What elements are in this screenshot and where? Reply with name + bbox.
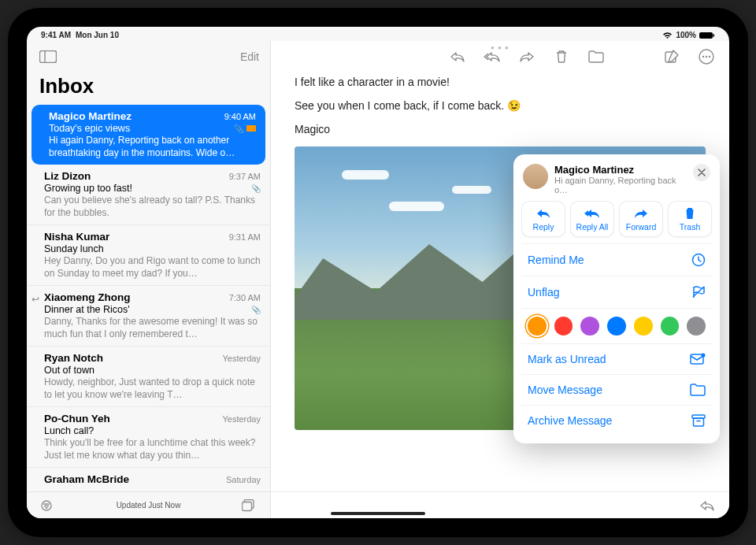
email-content-pane: ● ● ● I felt like a character in a movie… xyxy=(271,41,729,518)
reply-all-icon xyxy=(573,206,612,221)
msg-subject: Dinner at the Ricos' xyxy=(44,304,130,315)
attachment-icon: 📎 xyxy=(234,124,243,133)
message-item-5[interactable]: Po-Chun YehYesterday Lunch call? Think y… xyxy=(27,407,270,468)
message-actions-popover: Magico Martinez Hi again Danny, Reportin… xyxy=(513,154,720,443)
home-indicator[interactable] xyxy=(331,512,425,515)
forward-icon xyxy=(621,206,661,221)
flag-color-purple[interactable] xyxy=(580,317,599,336)
sender-name: Magico Martinez xyxy=(49,110,132,122)
svg-rect-2 xyxy=(40,51,57,63)
move-message-menu-item[interactable]: Move Message xyxy=(521,374,712,405)
message-item-3[interactable]: ↩︎ Xiaomeng Zhong7:30 AM Dinner at the R… xyxy=(27,286,270,347)
message-list: Magico Martinez9:40 AM Today's epic view… xyxy=(27,105,270,491)
sender-name: Graham McBride xyxy=(44,473,129,485)
flag-color-gray[interactable] xyxy=(687,317,706,336)
archive-icon xyxy=(691,414,706,427)
sidebar-toggle-button[interactable] xyxy=(38,48,58,65)
msg-subject: Growing up too fast! xyxy=(44,183,132,194)
flag-color-orange[interactable] xyxy=(528,317,547,336)
unflag-icon xyxy=(691,285,706,299)
forward-button[interactable] xyxy=(518,48,536,65)
sender-avatar[interactable] xyxy=(523,164,548,189)
remind-me-menu-item[interactable]: Remind Me xyxy=(521,243,712,276)
msg-time: 9:40 AM xyxy=(224,112,256,121)
mark-unread-menu-item[interactable]: Mark as Unread xyxy=(521,343,712,374)
status-bar: 9:41 AM Mon Jun 10 100% xyxy=(27,27,729,41)
flag-color-yellow[interactable] xyxy=(634,317,653,336)
close-button[interactable] xyxy=(693,164,710,181)
trash-icon xyxy=(670,206,710,221)
compose-button[interactable] xyxy=(663,48,680,65)
attachment-icon: 📎 xyxy=(251,306,261,314)
sender-name: Ryan Notch xyxy=(44,352,103,364)
archive-message-menu-item[interactable]: Archive Message xyxy=(521,405,712,436)
flag-color-green[interactable] xyxy=(661,317,680,336)
svg-line-16 xyxy=(693,287,704,297)
status-time: 9:41 AM xyxy=(41,31,71,39)
message-item-4[interactable]: Ryan NotchYesterday Out of town Howdy, n… xyxy=(27,347,270,407)
msg-preview: Hey Danny, Do you and Rigo want to come … xyxy=(44,255,261,280)
multitask-button[interactable] xyxy=(242,499,258,512)
reply-icon xyxy=(524,206,563,221)
msg-subject: Sunday lunch xyxy=(44,243,104,254)
quick-reply-button[interactable] xyxy=(699,499,715,512)
edit-button[interactable]: Edit xyxy=(240,50,259,63)
svg-rect-0 xyxy=(699,32,713,39)
sender-name: Po-Chun Yeh xyxy=(44,413,110,425)
status-date: Mon Jun 10 xyxy=(76,31,119,39)
message-item-0[interactable]: Magico Martinez9:40 AM Today's epic view… xyxy=(32,105,265,165)
wink-emoji-icon: 😉 xyxy=(507,99,521,112)
msg-time: Saturday xyxy=(226,475,261,484)
reply-button[interactable] xyxy=(449,48,466,65)
updated-label: Updated Just Now xyxy=(55,501,242,510)
battery-icon xyxy=(699,32,715,39)
more-button[interactable] xyxy=(698,48,715,65)
forward-action-button[interactable]: Forward xyxy=(619,201,663,237)
popover-preview: Hi again Danny, Reporting back o… xyxy=(554,176,687,195)
svg-point-14 xyxy=(709,56,710,57)
flag-icon xyxy=(246,125,256,132)
folder-button[interactable] xyxy=(587,48,605,65)
wifi-icon xyxy=(662,32,673,39)
sender-name: Liz Dizon xyxy=(44,170,91,182)
svg-rect-17 xyxy=(691,354,703,364)
message-item-1[interactable]: Liz Dizon9:37 AM Growing up too fast!📎 C… xyxy=(27,165,270,225)
reply-action-button[interactable]: Reply xyxy=(521,201,565,237)
body-line-2: See you when I come back, if I come back… xyxy=(295,99,706,112)
svg-rect-1 xyxy=(713,34,715,37)
multitask-handle-icon[interactable]: ● ● ● xyxy=(491,44,510,47)
msg-preview: Howdy, neighbor, Just wanted to drop a q… xyxy=(44,376,261,401)
msg-time: Yesterday xyxy=(222,354,261,363)
msg-preview: Can you believe she's already so tall? P… xyxy=(44,195,261,219)
inbox-title: Inbox xyxy=(27,72,270,105)
body-line-1: I felt like a character in a movie! xyxy=(295,76,706,88)
message-item-6[interactable]: Graham McBrideSaturday xyxy=(27,468,270,491)
msg-subject: Today's epic views xyxy=(49,123,130,134)
envelope-icon xyxy=(690,353,706,365)
msg-time: 9:31 AM xyxy=(229,232,261,242)
replied-icon: ↩︎ xyxy=(32,294,39,305)
reply-all-action-button[interactable]: Reply All xyxy=(570,201,614,237)
msg-subject: Lunch call? xyxy=(44,425,94,436)
msg-subject: Out of town xyxy=(44,365,94,376)
trash-button[interactable] xyxy=(553,48,570,65)
folder-icon xyxy=(690,384,706,396)
flag-color-row xyxy=(521,308,712,343)
msg-time: Yesterday xyxy=(222,414,261,424)
msg-preview: Danny, Thanks for the awesome evening! I… xyxy=(44,316,261,340)
clock-icon xyxy=(691,253,706,267)
message-item-2[interactable]: Nisha Kumar9:31 AM Sunday lunch Hey Dann… xyxy=(27,225,270,286)
msg-preview: Think you'll be free for a lunchtime cha… xyxy=(44,437,261,462)
filter-button[interactable] xyxy=(39,500,55,511)
flag-color-red[interactable] xyxy=(554,317,573,336)
svg-point-13 xyxy=(706,56,707,57)
attachment-icon: 📎 xyxy=(251,184,261,193)
battery-percent: 100% xyxy=(676,31,696,39)
trash-action-button[interactable]: Trash xyxy=(668,201,712,237)
unflag-menu-item[interactable]: Unflag xyxy=(521,276,712,308)
svg-point-12 xyxy=(702,56,704,57)
sender-name: Xiaomeng Zhong xyxy=(44,291,131,303)
svg-point-18 xyxy=(702,354,706,358)
flag-color-blue[interactable] xyxy=(607,317,626,336)
popover-sender-name: Magico Martinez xyxy=(554,164,687,176)
